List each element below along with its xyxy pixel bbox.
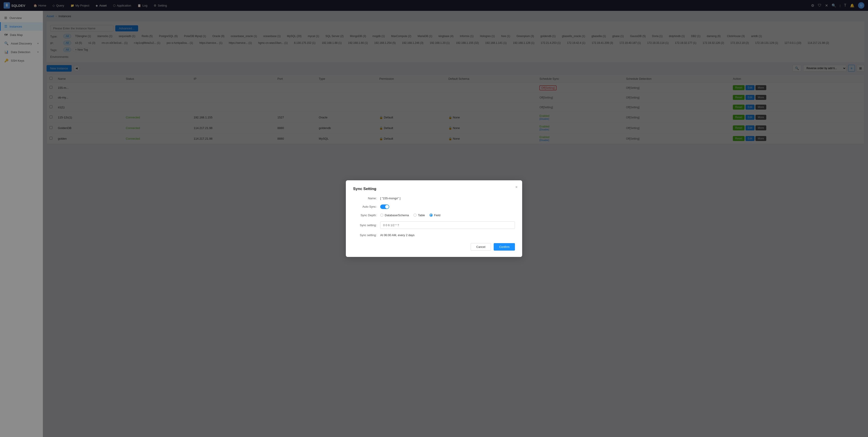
modal-overlay[interactable]: Sync Setting × Name: [ "155-mongo" ] Aut…: [0, 0, 868, 437]
radio-field[interactable]: Field: [430, 214, 440, 217]
modal-sync-depth-row: Sync Depth: Database/Schema Table Field: [353, 214, 515, 217]
modal-auto-sync-row: Auto Sync:: [353, 205, 515, 209]
sync-setting-label: Sync setting:: [353, 223, 380, 227]
modal-title: Sync Setting: [353, 187, 515, 191]
sync-setting-modal: Sync Setting × Name: [ "155-mongo" ] Aut…: [346, 180, 522, 257]
sync-depth-label: Sync Depth:: [353, 214, 380, 217]
modal-footer: Cancel Confirm: [353, 243, 515, 251]
modal-name-row: Name: [ "155-mongo" ]: [353, 196, 515, 200]
radio-circle-database: [380, 214, 383, 217]
modal-cron-row: Sync setting:: [353, 221, 515, 229]
radio-database-schema[interactable]: Database/Schema: [380, 214, 409, 217]
radio-label-field: Field: [434, 214, 440, 217]
auto-sync-label: Auto Sync:: [353, 205, 380, 208]
modal-cron-human-row: Sync setting: At 06:00 AM, every 2 days: [353, 233, 515, 237]
sync-setting2-label: Sync setting:: [353, 233, 380, 237]
name-label: Name:: [353, 196, 380, 200]
auto-sync-toggle[interactable]: [380, 205, 389, 209]
radio-circle-field: [430, 214, 433, 217]
modal-close-button[interactable]: ×: [515, 185, 518, 190]
cancel-button[interactable]: Cancel: [471, 243, 491, 251]
radio-label-table: Table: [418, 214, 425, 217]
confirm-button[interactable]: Confirm: [494, 243, 515, 251]
cron-human-value: At 06:00 AM, every 2 days: [380, 233, 414, 237]
name-value: [ "155-mongo" ]: [380, 196, 400, 200]
radio-label-database: Database/Schema: [385, 214, 409, 217]
sync-depth-radio-group: Database/Schema Table Field: [380, 214, 440, 217]
radio-table[interactable]: Table: [413, 214, 425, 217]
cron-input[interactable]: [380, 221, 515, 229]
radio-circle-table: [413, 214, 416, 217]
